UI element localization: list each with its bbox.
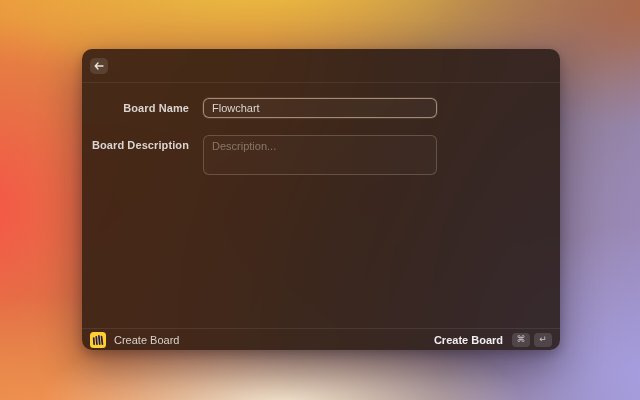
footer-app-name: Create Board xyxy=(114,334,179,346)
create-board-dialog: Board Name Board Description Create Boar… xyxy=(82,49,560,350)
dialog-footer: Create Board Create Board ⌘ ↵ xyxy=(82,328,560,350)
create-board-action-button[interactable]: Create Board ⌘ ↵ xyxy=(434,333,552,347)
board-description-input[interactable] xyxy=(203,135,437,175)
board-name-input[interactable] xyxy=(203,98,437,118)
miro-logo-icon xyxy=(90,332,106,348)
back-button[interactable] xyxy=(90,58,108,74)
create-board-form: Board Name Board Description xyxy=(82,83,560,328)
board-description-label: Board Description xyxy=(82,135,189,175)
dialog-header xyxy=(82,49,560,83)
board-name-row: Board Name xyxy=(82,98,560,118)
app-chip: Create Board xyxy=(90,332,179,348)
board-description-row: Board Description xyxy=(82,135,560,175)
board-name-label: Board Name xyxy=(82,98,189,118)
command-key-icon: ⌘ xyxy=(512,333,530,347)
create-board-action-label: Create Board xyxy=(434,334,503,346)
enter-key-icon: ↵ xyxy=(534,333,552,347)
back-arrow-icon xyxy=(94,62,104,70)
